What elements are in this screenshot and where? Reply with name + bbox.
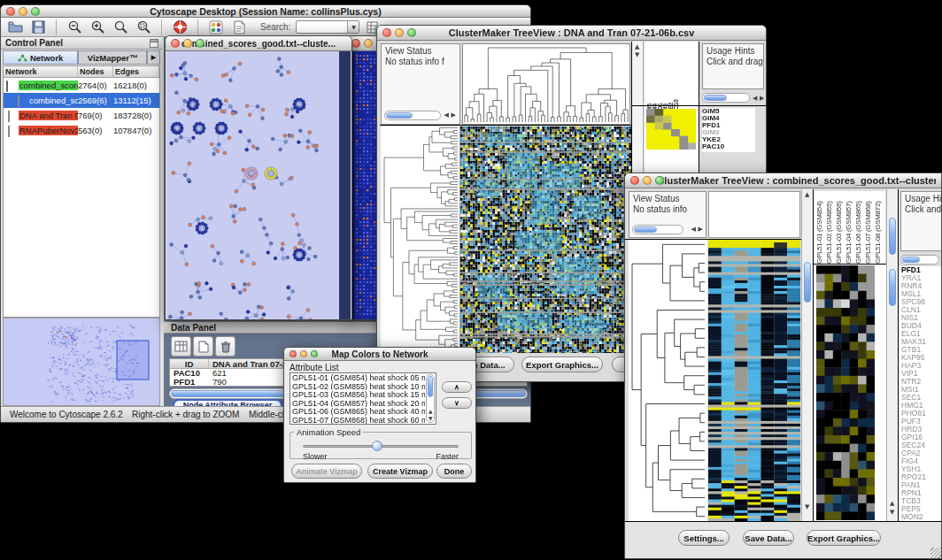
network1-canvas[interactable] [166,51,340,319]
col-id[interactable]: ID [170,359,209,368]
network-row[interactable]: RNAPuberNov2+! 563(0) 107847(0) [4,123,159,138]
open-file-icon[interactable] [6,19,24,36]
tv1-row-dendrogram-canvas[interactable] [381,127,459,353]
tv1-row-dendrogram[interactable] [381,127,460,353]
tv1-column-dendrogram-canvas[interactable] [463,44,629,124]
tv2-column-label[interactable]: GPL51-06 (GSM865) [854,191,864,264]
tv2-row-dendrogram[interactable] [629,240,707,521]
tab-network[interactable]: Network [3,50,78,65]
network-row[interactable]: DNA and Tran 07 769(0) 183728(0) [4,108,159,123]
search-input[interactable]: ▼ [296,20,359,34]
vizmap-nodes-icon[interactable] [207,19,225,36]
scroll-down-icon[interactable]: ▼ [805,504,809,510]
attribute-select-icon[interactable] [171,336,191,357]
main-titlebar[interactable]: Cytoscape Desktop (Session Name: collins… [1,5,530,18]
tv2-detail-heatmap-canvas[interactable] [816,265,875,520]
speed-slider-thumb[interactable] [372,441,382,451]
scroll-right-icon[interactable]: ▶ [452,112,456,119]
tv2-heatmap-canvas[interactable] [708,240,800,521]
done-button[interactable]: Done [436,464,472,479]
chevron-down-icon[interactable]: ▼ [347,21,359,33]
scroll-down-icon[interactable]: ▼ [635,52,639,58]
float-panel-icon[interactable] [150,39,158,50]
delete-attribute-icon[interactable] [215,336,236,357]
create-vizmap-button[interactable]: Create Vizmap [367,464,433,479]
tv2-export-graphics-button[interactable]: Export Graphics... [807,530,881,546]
minimize-icon[interactable] [395,28,404,37]
scroll-up-icon[interactable]: ▲ [635,44,639,50]
tv2-gene-label[interactable]: MON2 [901,513,942,521]
close-icon[interactable] [630,176,639,185]
tv2-column-label[interactable]: GPL51-03 (GSM856) [835,191,845,264]
zoom-window-icon[interactable] [311,350,318,357]
tv2-settings-button[interactable]: Settings... [678,530,730,546]
tv1-status-hscrollbar[interactable] [384,111,441,120]
tv2-column-label[interactable]: GPL51-01 (GSM854) [815,191,825,264]
dialog-titlebar[interactable]: Map Colors to Network [284,348,475,361]
close-icon[interactable] [171,39,180,48]
list-vscrollbar[interactable]: ▲ ▼ [426,374,435,423]
network1-titlebar[interactable]: combined_scores_good.txt--cluste... [166,36,351,51]
birdseye-canvas[interactable] [4,318,159,405]
tv2-hints-hscrollbar[interactable] [900,255,939,265]
zoom-in-icon[interactable] [89,19,106,36]
scroll-down-icon[interactable]: ▼ [429,415,433,421]
network-row[interactable]: combined_sco 2569(6) 13112(15) [4,93,159,108]
close-icon[interactable] [290,350,297,357]
scroll-right-icon[interactable]: ▶ [760,96,764,102]
save-icon[interactable] [29,19,47,36]
tv1-hints-hscrollbar[interactable] [702,93,750,103]
network-row[interactable]: combined_scores 2764(0) 16218(0) [4,78,159,93]
tab-vizmapper[interactable]: VizMapper™ [78,50,147,65]
tv1-heatmap-canvas[interactable] [460,127,631,353]
birdseye-panel[interactable] [3,318,160,406]
new-attribute-icon[interactable] [193,336,213,357]
col-edges[interactable]: Edges [113,66,159,77]
zoom-fit-icon[interactable] [112,19,129,36]
close-icon[interactable] [351,39,360,48]
col-nodes[interactable]: Nodes [78,66,113,77]
help-lifesaver-icon[interactable] [171,19,189,36]
tv2-main-vscrollbar[interactable]: ▲ ▼ [801,189,813,521]
attribute-list-item[interactable]: GPL51-01 (GSM854) heat shock 05 min [290,373,425,382]
scroll-up-icon[interactable]: ▲ [805,192,809,198]
tv2-column-label[interactable]: GPL51-07 (GSM868) [864,191,874,264]
treeview1-titlebar[interactable]: ClusterMaker TreeView : DNA and Tran 07-… [377,26,766,41]
close-icon[interactable] [6,7,15,16]
scroll-right-icon[interactable]: ▶ [699,226,703,233]
zoom-window-icon[interactable] [196,39,205,48]
scroll-left-icon[interactable]: ◀ [753,96,757,102]
treeview2-titlebar[interactable]: ClusterMaker TreeView : combined_scores_… [625,173,941,188]
scroll-down-icon[interactable]: ▼ [890,510,894,516]
tv1-export-graphics-button[interactable]: Export Graphics... [521,357,603,372]
attribute-list-item[interactable]: GPL51-06 (GSM865) heat shock 40 min [290,407,425,416]
minimize-icon[interactable] [643,176,652,185]
animate-vizmap-button[interactable]: Animate Vizmap [291,464,362,479]
zoom-window-icon[interactable] [655,176,664,185]
minimize-icon[interactable] [19,7,27,16]
attribute-list-item[interactable]: GPL51-03 (GSM856) heat shock 15 min [290,390,425,399]
tv1-column-dendrogram[interactable] [462,43,630,125]
tv2-column-label[interactable]: GPL51-02 (GSM855) [825,191,835,264]
zoom-selected-icon[interactable] [135,19,152,36]
tv1-gene-label[interactable]: PAC10 [702,143,755,150]
scroll-up-icon[interactable]: ▲ [890,501,894,507]
col-network[interactable]: Network [4,66,78,77]
annotation-icon[interactable] [230,19,248,36]
attribute-list-item[interactable]: GPL51-04 (GSM857) heat shock 20 min [290,399,425,408]
tv2-detail-vscrollbar[interactable]: ▲ ▼ [886,189,898,521]
scroll-left-icon[interactable]: ◀ [444,112,449,119]
scroll-left-icon[interactable]: ◀ [691,226,696,233]
tv2-row-dendrogram-canvas[interactable] [629,240,706,521]
tab-overflow-button[interactable]: ▶ [147,50,160,65]
tv2-save-data-button[interactable]: Save Data... [743,530,794,546]
minimize-icon[interactable] [300,350,307,357]
close-icon[interactable] [382,28,391,37]
move-down-button[interactable]: ∨ [442,397,472,409]
minimize-icon[interactable] [183,39,192,48]
tv1-correlation-heatmap[interactable] [646,109,696,150]
tv2-column-label[interactable]: GPL51-08 (GSM872) [874,191,884,264]
tv2-column-label[interactable]: GPL51-04 (GSM857) [845,191,854,264]
tv2-status-hscrollbar[interactable] [632,225,683,234]
attribute-list-item[interactable]: GPL51-07 (GSM868) heat shock 60 min [290,416,425,425]
